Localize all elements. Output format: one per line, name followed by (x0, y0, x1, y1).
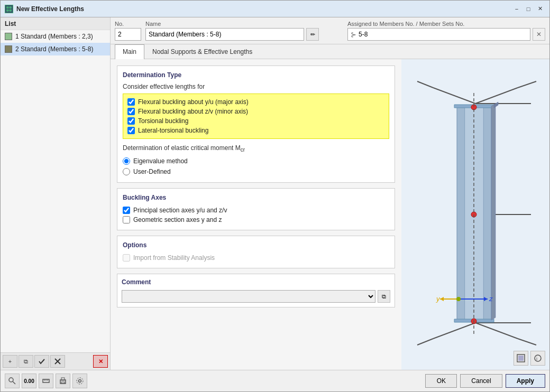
principal-label[interactable]: Principal section axes y/u and z/v (133, 207, 227, 214)
left-panel: List 1 Standard (Members : 2,3) 2 Standa… (1, 17, 111, 370)
uncheck-button[interactable] (50, 355, 65, 368)
name-field-group: Name ✏ (145, 21, 343, 41)
determination-type-title: Determination Type (123, 71, 389, 79)
name-input-row: ✏ (145, 28, 343, 41)
list-header: List (1, 17, 110, 30)
radio-user-defined-row: User-Defined (123, 166, 389, 177)
torsional-checkbox[interactable] (127, 117, 135, 125)
list-item-2-label: 2 Standard (Members : 5-8) (15, 45, 93, 53)
import-stability-checkbox[interactable] (123, 254, 130, 262)
search-tool-button[interactable] (5, 374, 20, 388)
title-bar: New Effective Lengths − □ ✕ (1, 1, 549, 17)
print-tool-button[interactable] (56, 374, 70, 388)
comment-copy-button[interactable]: ⧉ (378, 290, 390, 303)
settings-tool-button[interactable] (72, 374, 87, 388)
checkbox-lateral-row: Lateral-torsional buckling (127, 126, 384, 135)
value-tool-button[interactable]: 0.00 (22, 374, 36, 388)
no-label: No. (115, 21, 141, 27)
lateral-label[interactable]: Lateral-torsional buckling (138, 127, 208, 134)
content-split: Determination Type Consider effective le… (111, 59, 549, 370)
flex-y-checkbox[interactable] (127, 98, 135, 106)
svg-line-43 (13, 381, 15, 384)
list-items: 1 Standard (Members : 2,3) 2 Standard (M… (1, 30, 110, 352)
flex-z-checkbox[interactable] (127, 108, 135, 115)
svg-point-52 (77, 378, 83, 384)
flex-y-label[interactable]: Flexural buckling about y/u (major axis) (138, 98, 249, 106)
copy-button[interactable]: ⧉ (19, 355, 33, 368)
list-item-2[interactable]: 2 Standard (Members : 5-8) (1, 43, 110, 55)
cancel-button[interactable]: Cancel (460, 374, 502, 388)
elastic-moment-group: Determination of elastic critical moment… (123, 144, 389, 177)
checkbox-principal-row: Principal section axes y/u and z/v (123, 206, 389, 215)
principal-checkbox[interactable] (123, 207, 130, 214)
assigned-label: Assigned to Members No. / Member Sets No… (347, 21, 545, 27)
svg-rect-39 (518, 356, 524, 361)
options-title: Options (123, 241, 389, 249)
geometric-label[interactable]: Geometric section axes y and z (133, 216, 222, 223)
bottom-bar: 0.00 OK Cancel Apply (1, 370, 549, 391)
svg-marker-21 (483, 106, 491, 320)
member-tag-icon: ⊱ (351, 31, 356, 39)
bottom-right-buttons: OK Cancel Apply (425, 374, 545, 388)
check-button[interactable] (34, 355, 49, 368)
eigenvalue-label[interactable]: Eigenvalue method (133, 157, 188, 165)
radio-eigenvalue-row: Eigenvalue method (123, 156, 389, 166)
comment-label: Comment (122, 278, 390, 286)
column-visualization: y z (401, 77, 549, 352)
consider-effective-label: Consider effective lengths for (123, 83, 389, 90)
form-area: Determination Type Consider effective le… (111, 59, 401, 370)
no-input[interactable] (115, 28, 141, 41)
elastic-moment-label: Determination of elastic critical moment… (123, 144, 389, 153)
restore-button[interactable]: □ (523, 4, 534, 14)
assigned-clear-button[interactable]: ✕ (533, 28, 545, 41)
geometric-checkbox[interactable] (123, 216, 130, 223)
svg-point-51 (79, 380, 81, 382)
window-title: New Effective Lengths (16, 5, 508, 13)
svg-marker-25 (491, 104, 496, 320)
add-button[interactable]: + (3, 355, 17, 368)
comment-select[interactable] (122, 290, 375, 303)
content-area: No. Name ✏ Assigned to Members No. / Mem… (111, 17, 549, 370)
assigned-input[interactable]: ⊱ 5-8 (347, 28, 530, 41)
checkbox-flex-z-row: Flexural buckling about z/v (minor axis) (127, 107, 384, 116)
name-edit-button[interactable]: ✏ (306, 28, 319, 41)
checkbox-geometric-row: Geometric section axes y and z (123, 215, 389, 225)
assigned-value: 5-8 (359, 31, 368, 38)
svg-text:z: z (489, 295, 493, 303)
name-label: Name (145, 21, 343, 27)
assigned-input-row: ⊱ 5-8 ✕ (347, 28, 545, 41)
window-controls: − □ ✕ (511, 4, 545, 14)
options-section: Options Import from Stability Analysis (117, 236, 395, 268)
list-item-2-color (5, 45, 12, 53)
checkbox-flex-y-row: Flexural buckling about y/u (major axis) (127, 97, 384, 107)
flex-z-label[interactable]: Flexural buckling about z/v (minor axis) (138, 108, 248, 115)
lateral-checkbox[interactable] (127, 127, 135, 134)
svg-rect-50 (61, 382, 65, 384)
highlight-box: Flexural buckling about y/u (major axis)… (123, 94, 389, 139)
user-defined-radio[interactable] (123, 168, 130, 175)
app-icon (5, 5, 13, 13)
tab-main[interactable]: Main (115, 44, 144, 59)
buckling-axes-section: Buckling Axes Principal section axes y/u… (117, 188, 395, 230)
minimize-button[interactable]: − (511, 4, 522, 14)
viz-tool-1[interactable] (514, 351, 528, 366)
apply-button[interactable]: Apply (506, 374, 545, 388)
name-input[interactable] (145, 28, 304, 41)
main-area: List 1 Standard (Members : 2,3) 2 Standa… (1, 17, 549, 370)
tab-nodal[interactable]: Nodal Supports & Effective Lengths (144, 44, 260, 59)
comment-section: Comment ⧉ (117, 274, 395, 307)
torsional-label[interactable]: Torsional buckling (138, 117, 188, 125)
bottom-left-tools: 0.00 (5, 374, 87, 388)
user-defined-label[interactable]: User-Defined (133, 168, 171, 175)
close-button[interactable]: ✕ (535, 4, 545, 14)
list-toolbar: + ⧉ ✕ (1, 352, 110, 370)
list-item-1-color (5, 33, 12, 40)
import-stability-label: Import from Stability Analysis (133, 254, 215, 262)
eigenvalue-radio[interactable] (123, 157, 130, 165)
delete-button[interactable]: ✕ (93, 355, 108, 368)
list-item-1[interactable]: 1 Standard (Members : 2,3) (1, 30, 110, 43)
viz-tool-2[interactable]: i (530, 351, 545, 366)
ruler-tool-button[interactable] (39, 374, 53, 388)
main-window: New Effective Lengths − □ ✕ List 1 Stand… (0, 0, 550, 392)
ok-button[interactable]: OK (425, 374, 457, 388)
